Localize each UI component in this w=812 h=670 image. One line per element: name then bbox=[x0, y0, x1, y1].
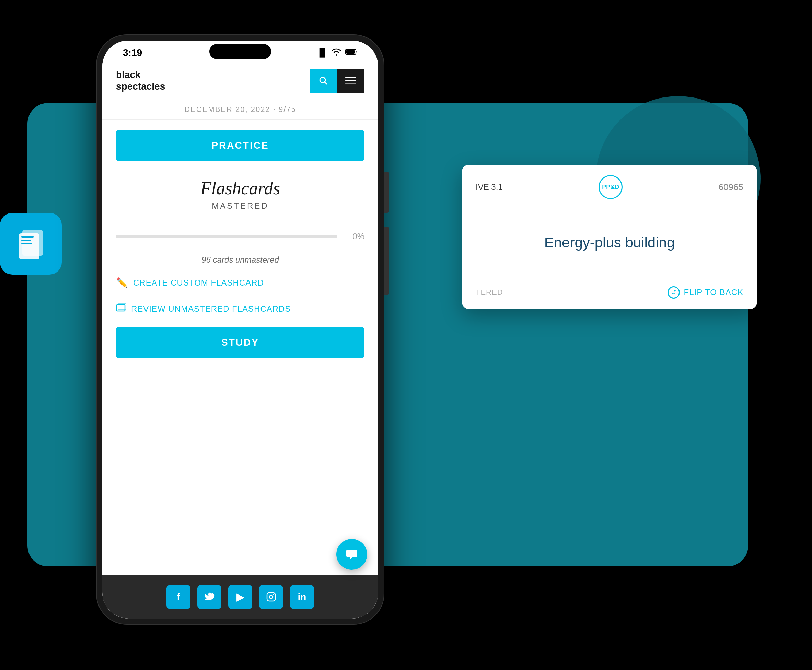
app-header: black spectacles bbox=[102, 62, 378, 100]
flip-to-back-button[interactable]: ↺ FLIP TO BACK bbox=[668, 286, 743, 299]
header-actions bbox=[310, 69, 364, 93]
signal-icon: ▐▌ bbox=[317, 48, 327, 58]
flashcards-subtitle: MASTERED bbox=[116, 201, 364, 211]
phone-wrapper: 3:19 ▐▌ bbox=[96, 34, 384, 625]
scene: IVE 3.1 PP&D 60965 Energy-plus building … bbox=[0, 0, 812, 670]
wifi-icon bbox=[332, 48, 341, 58]
flashcard-number: 60965 bbox=[719, 182, 743, 193]
instagram-icon[interactable] bbox=[259, 585, 283, 609]
app-content[interactable]: PRACTICE Flashcards MASTERED 0% 9 bbox=[102, 120, 378, 575]
svg-rect-13 bbox=[267, 593, 275, 601]
logo: black spectacles bbox=[116, 69, 165, 92]
documents-icon bbox=[14, 227, 48, 261]
twitter-icon[interactable] bbox=[197, 585, 222, 609]
phone-frame: 3:19 ▐▌ bbox=[96, 34, 384, 625]
phone-footer: f ▶ bbox=[102, 575, 378, 619]
menu-button[interactable] bbox=[337, 69, 364, 93]
review-flashcards-link[interactable]: REVIEW UNMASTERED FLASHCARDS bbox=[116, 301, 364, 317]
pencil-icon: ✏️ bbox=[116, 277, 129, 288]
facebook-icon[interactable]: f bbox=[166, 585, 191, 609]
study-button[interactable]: STUDY bbox=[116, 327, 364, 358]
search-button[interactable] bbox=[310, 69, 337, 93]
svg-rect-8 bbox=[345, 77, 356, 78]
svg-rect-3 bbox=[21, 240, 31, 241]
flashcard-badge: PP&D bbox=[599, 175, 623, 199]
flashcard-content: Energy-plus building bbox=[476, 206, 743, 279]
cards-icon bbox=[116, 303, 126, 315]
status-icons: ▐▌ bbox=[317, 48, 358, 58]
svg-rect-2 bbox=[21, 236, 34, 237]
dynamic-island bbox=[209, 44, 271, 59]
svg-rect-9 bbox=[345, 80, 356, 81]
status-time: 3:19 bbox=[123, 47, 142, 58]
flashcard-header: IVE 3.1 PP&D 60965 bbox=[476, 175, 743, 199]
review-flashcards-label: REVIEW UNMASTERED FLASHCARDS bbox=[131, 304, 291, 314]
flip-icon: ↺ bbox=[668, 286, 680, 299]
search-icon bbox=[318, 75, 329, 86]
svg-rect-4 bbox=[21, 243, 32, 244]
create-flashcard-label: CREATE CUSTOM FLASHCARD bbox=[133, 278, 264, 288]
logo-line1: black bbox=[116, 69, 141, 80]
svg-rect-6 bbox=[346, 50, 355, 54]
social-icons-row: f ▶ bbox=[116, 585, 364, 609]
phone-side-detail-2 bbox=[384, 227, 389, 295]
battery-icon bbox=[345, 48, 358, 58]
flip-label: FLIP TO BACK bbox=[684, 288, 743, 297]
cards-unmastered: 96 cards unmastered bbox=[116, 255, 364, 265]
flashcard-term: Energy-plus building bbox=[544, 234, 675, 251]
svg-point-14 bbox=[269, 595, 273, 599]
progress-bar-container bbox=[116, 235, 337, 238]
svg-rect-10 bbox=[345, 83, 356, 84]
flashcards-title: Flashcards bbox=[116, 178, 364, 198]
practice-button[interactable]: PRACTICE bbox=[116, 130, 364, 161]
menu-icon bbox=[345, 77, 356, 85]
flashcard-category: IVE 3.1 bbox=[476, 182, 503, 192]
create-flashcard-link[interactable]: ✏️ CREATE CUSTOM FLASHCARD bbox=[116, 275, 364, 290]
flashcard-mastered-label: TERED bbox=[476, 288, 503, 297]
date-bar: DECEMBER 20, 2022 · 9/75 bbox=[102, 100, 378, 120]
phone-screen: 3:19 ▐▌ bbox=[102, 41, 378, 619]
flashcard-footer: TERED ↺ FLIP TO BACK bbox=[476, 286, 743, 299]
linkedin-icon[interactable]: in bbox=[290, 585, 314, 609]
logo-line2: spectacles bbox=[116, 81, 165, 91]
svg-point-15 bbox=[273, 594, 274, 595]
svg-rect-1 bbox=[22, 230, 43, 256]
left-icon-widget bbox=[0, 213, 62, 274]
youtube-icon[interactable]: ▶ bbox=[228, 585, 252, 609]
progress-section: 0% bbox=[116, 228, 364, 245]
flashcards-section: Flashcards MASTERED bbox=[116, 171, 364, 218]
phone-side-detail-1 bbox=[384, 172, 389, 213]
chat-bubble[interactable] bbox=[336, 539, 367, 570]
progress-percent: 0% bbox=[344, 232, 364, 241]
flashcard-widget: IVE 3.1 PP&D 60965 Energy-plus building … bbox=[462, 165, 757, 309]
